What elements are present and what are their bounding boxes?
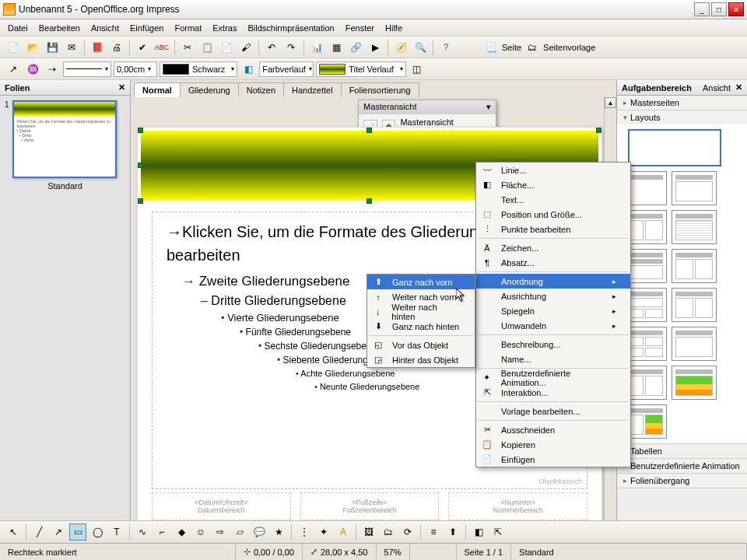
fontwork-icon[interactable]: A xyxy=(335,523,352,541)
gallery-icon[interactable]: 🗂 xyxy=(380,523,397,541)
paint-bucket-icon[interactable]: ♒ xyxy=(24,61,41,78)
curve-icon[interactable]: ∿ xyxy=(134,523,151,541)
arrow-tool-icon[interactable]: ↗ xyxy=(5,61,22,78)
rect-tool-icon[interactable]: ▭ xyxy=(69,523,86,541)
open-icon[interactable]: 📂 xyxy=(24,39,41,56)
format-paint-icon[interactable]: 🖌 xyxy=(237,39,254,56)
page-icon[interactable]: 📃 xyxy=(482,39,500,56)
menu-datei[interactable]: Datei xyxy=(3,22,33,34)
slideshow-icon[interactable]: ▶ xyxy=(366,39,384,56)
new-icon[interactable]: 📄 xyxy=(5,39,22,56)
tasks-panel-title: Aufgabenbereich xyxy=(622,83,692,93)
fill-icon[interactable]: ◧ xyxy=(240,61,257,78)
line-end-icon[interactable]: ⇢ xyxy=(44,61,61,78)
tasks-view-link[interactable]: Ansicht xyxy=(703,83,731,93)
masterview-dropdown-icon[interactable]: ▾ xyxy=(486,102,491,113)
pdf-icon[interactable]: 📕 xyxy=(89,39,106,56)
interaction-icon[interactable]: ⇱ xyxy=(489,523,507,541)
spellcheck-icon[interactable]: ✔ xyxy=(134,39,151,56)
fill-gradient-dropdown[interactable]: Titel Verlauf▾ xyxy=(316,61,406,77)
print-icon[interactable]: 🖨 xyxy=(108,39,125,56)
menu-ansicht[interactable]: Ansicht xyxy=(86,22,124,34)
flowchart-icon[interactable]: ▱ xyxy=(231,523,248,541)
slides-panel-close-icon[interactable]: ✕ xyxy=(118,82,125,93)
navigator-icon[interactable]: 🧭 xyxy=(392,39,409,56)
tab-normal[interactable]: Normal xyxy=(134,82,181,97)
menu-praesentation[interactable]: Bildschirmpräsentation xyxy=(243,22,338,34)
callouts-icon[interactable]: 💬 xyxy=(251,523,268,541)
date-placeholder[interactable]: <Datum/Uhrzeit>Datumsbereich xyxy=(152,492,291,520)
arrange-icon[interactable]: ⬆ xyxy=(444,523,461,541)
hyperlink-icon[interactable]: 🔗 xyxy=(347,39,364,56)
cut-icon[interactable]: ✂ xyxy=(179,39,196,56)
ellipse-tool-icon[interactable]: ◯ xyxy=(89,523,106,541)
acc-anim[interactable]: Benutzerdefinierte Animation xyxy=(617,459,747,473)
layout-item[interactable] xyxy=(672,366,717,400)
line-width-field[interactable]: 0,00cm▾ xyxy=(114,61,157,77)
acc-trans[interactable]: Folienübergang xyxy=(617,474,747,488)
menu-bearbeiten[interactable]: Bearbeiten xyxy=(34,22,85,34)
pagestyle-icon[interactable]: 🗂 xyxy=(524,39,541,56)
slide-thumbnail[interactable]: Klicken Sie, um die Formate des Gliederu… xyxy=(12,100,117,178)
undo-icon[interactable]: ↶ xyxy=(263,39,280,56)
save-icon[interactable]: 💾 xyxy=(44,39,61,56)
select-tool-icon[interactable]: ↖ xyxy=(5,523,22,541)
text-tool-icon[interactable]: T xyxy=(108,523,125,541)
menu-format[interactable]: Format xyxy=(170,22,206,34)
copy-icon[interactable]: 📋 xyxy=(198,39,216,56)
redo-icon[interactable]: ↷ xyxy=(282,39,300,56)
menu-einfuegen[interactable]: Einfügen xyxy=(125,22,168,34)
tab-gliederung[interactable]: Gliederung xyxy=(180,82,239,97)
connector-icon[interactable]: ⌐ xyxy=(153,523,170,541)
layout-item[interactable] xyxy=(672,210,717,244)
points-tool-icon[interactable]: ⋮ xyxy=(296,523,313,541)
layout-item[interactable] xyxy=(672,249,717,283)
menu-fenster[interactable]: Fenster xyxy=(341,22,379,34)
paste-icon[interactable]: 📄 xyxy=(218,39,235,56)
email-icon[interactable]: ✉ xyxy=(63,39,80,56)
tab-handzettel[interactable]: Handzettel xyxy=(283,82,342,97)
points-icon: ⋮ xyxy=(479,223,495,236)
shadow-icon[interactable]: ◫ xyxy=(409,61,426,78)
maximize-button[interactable]: □ xyxy=(711,2,727,16)
table-icon[interactable]: ▦ xyxy=(328,39,345,56)
layout-item[interactable] xyxy=(672,327,717,361)
minimize-button[interactable]: _ xyxy=(694,2,710,16)
help-icon[interactable]: ? xyxy=(437,39,454,56)
acc-masterpages[interactable]: Masterseiten xyxy=(617,96,747,110)
close-button[interactable]: ✕ xyxy=(728,2,744,16)
context-menu[interactable]: 〰Linie... ◧Fläche... Text... ⬚Position u… xyxy=(475,162,631,467)
from-file-icon[interactable]: 🖼 xyxy=(360,523,377,541)
arrange-submenu[interactable]: ⬆Ganz nach vorn ↑Weiter nach vorn ↓Weite… xyxy=(366,274,475,368)
rotate-icon[interactable]: ⟳ xyxy=(399,523,416,541)
layout-item[interactable] xyxy=(672,288,717,322)
acc-tables[interactable]: Tabellen xyxy=(617,444,747,458)
arrow-line-icon[interactable]: ↗ xyxy=(50,523,67,541)
tasks-panel-close-icon[interactable]: ✕ xyxy=(735,82,742,93)
line-color-dropdown[interactable]: Schwarz▾ xyxy=(160,61,237,77)
layout-item[interactable] xyxy=(672,171,717,205)
chart-icon[interactable]: 📊 xyxy=(308,39,325,56)
footer-placeholder[interactable]: <Fußzeile>Fußzeilenbereich xyxy=(300,492,440,520)
menu-extras[interactable]: Extras xyxy=(208,22,241,34)
stars-icon[interactable]: ★ xyxy=(270,523,287,541)
gluepoints-icon[interactable]: ✦ xyxy=(315,523,332,541)
abc-icon[interactable]: ABC xyxy=(153,39,170,56)
layout-blank[interactable] xyxy=(628,129,721,166)
line-tool-icon[interactable]: ╱ xyxy=(30,523,47,541)
number-placeholder[interactable]: <Nummer>Nummerbereich xyxy=(448,492,587,520)
line-style-dropdown[interactable]: ▾ xyxy=(63,61,111,77)
block-arrows-icon[interactable]: ⇨ xyxy=(212,523,229,541)
zoom-icon[interactable]: 🔍 xyxy=(412,39,429,56)
fill-type-dropdown[interactable]: Farbverlauf▾ xyxy=(259,61,314,77)
align-icon[interactable]: ≡ xyxy=(425,523,442,541)
symbol-shapes-icon[interactable]: ☺ xyxy=(192,523,209,541)
menu-hilfe[interactable]: Hilfe xyxy=(381,22,407,34)
extrusion-icon[interactable]: ◧ xyxy=(470,523,487,541)
tab-notizen[interactable]: Notizen xyxy=(238,82,284,97)
status-zoom[interactable]: 57% xyxy=(377,544,410,560)
acc-layouts[interactable]: Layouts xyxy=(617,110,747,124)
tab-foliensortierung[interactable]: Foliensortierung xyxy=(341,82,419,97)
basic-shapes-icon[interactable]: ◆ xyxy=(173,523,190,541)
standard-toolbar: 📄 📂 💾 ✉ 📕 🖨 ✔ ABC ✂ 📋 📄 🖌 ↶ ↷ 📊 ▦ 🔗 ▶ 🧭 … xyxy=(0,37,747,58)
